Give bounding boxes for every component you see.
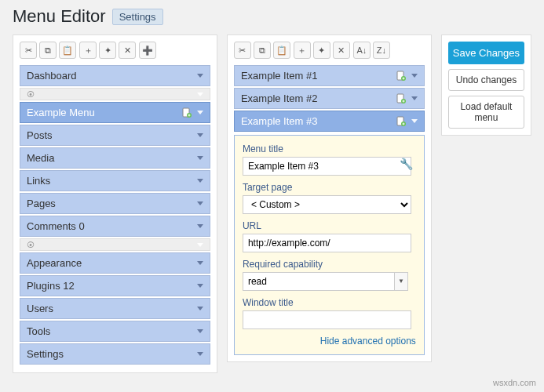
menu-separator[interactable]: ⦿ xyxy=(20,88,210,100)
add-button[interactable]: ➕ xyxy=(139,42,156,59)
menu-item-label: Posts xyxy=(27,129,197,141)
url-input[interactable] xyxy=(243,234,411,252)
chevron-down-icon[interactable] xyxy=(197,352,203,356)
menu-item-label: Example Menu xyxy=(27,107,181,118)
copy-button[interactable]: ⧉ xyxy=(254,42,271,59)
menu-item[interactable]: Example Menu xyxy=(20,102,210,123)
cut-button[interactable]: ✂ xyxy=(20,42,37,59)
reset-icon[interactable]: 🔧 xyxy=(400,158,413,170)
menu-item[interactable]: Links xyxy=(20,170,210,191)
new-item-button[interactable]: ＋ xyxy=(79,42,97,59)
menu-item[interactable]: Pages xyxy=(20,193,210,214)
menu-item-label: Plugins 12 xyxy=(27,280,197,292)
chevron-down-icon[interactable] xyxy=(197,201,203,205)
menu-item-label: Tools xyxy=(27,325,197,337)
sort-az-button[interactable]: A↓ xyxy=(353,42,371,59)
right-toolbar: ✂ ⧉ 📋 ＋ ✦ ✕ A↓ Z↓ xyxy=(234,42,425,59)
item-editor: Menu title 🔧 Target page < Custom > URL … xyxy=(234,135,425,355)
menu-item[interactable]: Dashboard xyxy=(20,65,210,86)
chevron-down-icon[interactable] xyxy=(197,133,203,137)
new-page-icon[interactable] xyxy=(396,71,407,82)
copy-button[interactable]: ⧉ xyxy=(39,42,57,59)
watermark: wsxdn.com xyxy=(493,378,536,379)
submenu-item-label: Example Item #3 xyxy=(241,115,396,127)
settings-tab[interactable]: Settings xyxy=(112,9,163,25)
capability-label: Required capability xyxy=(243,259,416,270)
menu-title-label: Menu title xyxy=(243,143,416,154)
new-item-button[interactable]: ＋ xyxy=(294,42,311,59)
new-separator-button[interactable]: ✦ xyxy=(313,42,330,59)
window-title-label: Window title xyxy=(243,297,416,308)
paste-button[interactable]: 📋 xyxy=(273,42,290,59)
menu-item[interactable]: Tools xyxy=(20,321,210,342)
chevron-down-icon xyxy=(197,93,203,96)
new-separator-button[interactable]: ✦ xyxy=(99,42,116,59)
capability-dropdown-button[interactable]: ▼ xyxy=(394,272,408,291)
paste-button[interactable]: 📋 xyxy=(59,42,76,59)
chevron-down-icon[interactable] xyxy=(411,96,418,100)
menu-item-label: Appearance xyxy=(27,257,197,269)
cut-button[interactable]: ✂ xyxy=(234,42,251,59)
delete-button[interactable]: ✕ xyxy=(119,42,136,59)
url-label: URL xyxy=(243,220,416,231)
right-panel: ✂ ⧉ 📋 ＋ ✦ ✕ A↓ Z↓ Example Item #1Example… xyxy=(227,34,432,362)
left-panel: ✂ ⧉ 📋 ＋ ✦ ✕ ➕ Dashboard⦿Example MenuPost… xyxy=(13,34,217,373)
menu-item[interactable]: Appearance xyxy=(20,252,210,274)
menu-separator[interactable]: ⦿ xyxy=(20,238,210,251)
menu-item-label: Users xyxy=(27,303,197,314)
new-page-icon[interactable] xyxy=(181,107,192,118)
menu-item[interactable]: Plugins 12 xyxy=(20,275,210,296)
menu-item[interactable]: Comments 0 xyxy=(20,216,210,237)
chevron-down-icon[interactable] xyxy=(197,111,203,114)
menu-title-input[interactable] xyxy=(243,157,411,176)
hide-advanced-link[interactable]: Hide advanced options xyxy=(243,336,416,347)
submenu-item[interactable]: Example Item #3 xyxy=(234,111,425,132)
menu-item-label: Settings xyxy=(27,348,197,360)
chevron-down-icon[interactable] xyxy=(197,284,203,288)
menu-item[interactable]: Users xyxy=(20,298,210,319)
page-title: Menu Editor xyxy=(13,6,106,27)
window-title-input[interactable] xyxy=(243,310,411,329)
chevron-down-icon[interactable] xyxy=(411,74,418,78)
right-menu-list: Example Item #1Example Item #2Example It… xyxy=(234,65,425,132)
sort-za-button[interactable]: Z↓ xyxy=(373,42,390,59)
save-changes-button[interactable]: Save Changes xyxy=(448,42,524,64)
chevron-down-icon xyxy=(197,243,203,247)
load-default-button[interactable]: Load default menu xyxy=(448,96,524,129)
submenu-item-label: Example Item #1 xyxy=(241,70,396,82)
submenu-item-label: Example Item #2 xyxy=(241,93,396,104)
target-page-label: Target page xyxy=(243,182,416,193)
chevron-down-icon[interactable] xyxy=(197,224,203,228)
left-toolbar: ✂ ⧉ 📋 ＋ ✦ ✕ ➕ xyxy=(20,42,210,59)
chevron-down-icon[interactable] xyxy=(197,156,203,160)
drag-handle-icon: ⦿ xyxy=(27,241,35,249)
delete-button[interactable]: ✕ xyxy=(333,42,350,59)
page-header: Menu Editor Settings xyxy=(13,6,531,27)
new-page-icon[interactable] xyxy=(396,93,407,104)
chevron-down-icon[interactable] xyxy=(197,329,203,333)
menu-item-label: Dashboard xyxy=(27,70,197,82)
menu-item-label: Comments 0 xyxy=(27,220,197,232)
chevron-down-icon[interactable] xyxy=(197,261,203,265)
target-page-select[interactable]: < Custom > xyxy=(243,195,411,214)
left-menu-list: Dashboard⦿Example MenuPostsMediaLinksPag… xyxy=(20,65,210,365)
menu-item[interactable]: Settings xyxy=(20,343,210,365)
menu-item-label: Media xyxy=(27,152,197,164)
chevron-down-icon[interactable] xyxy=(197,307,203,310)
submenu-item[interactable]: Example Item #1 xyxy=(234,65,425,86)
chevron-down-icon[interactable] xyxy=(411,119,418,123)
save-panel: Save Changes Undo changes Load default m… xyxy=(441,34,531,136)
capability-input[interactable] xyxy=(243,272,396,291)
drag-handle-icon: ⦿ xyxy=(27,90,35,99)
menu-item-label: Pages xyxy=(27,198,197,209)
menu-item[interactable]: Posts xyxy=(20,125,210,146)
menu-item[interactable]: Media xyxy=(20,147,210,169)
undo-changes-button[interactable]: Undo changes xyxy=(448,69,524,91)
new-page-icon[interactable] xyxy=(396,116,407,127)
chevron-down-icon[interactable] xyxy=(197,179,203,183)
chevron-down-icon[interactable] xyxy=(197,74,203,78)
submenu-item[interactable]: Example Item #2 xyxy=(234,88,425,109)
main-layout: ✂ ⧉ 📋 ＋ ✦ ✕ ➕ Dashboard⦿Example MenuPost… xyxy=(13,34,531,373)
menu-item-label: Links xyxy=(27,175,197,187)
